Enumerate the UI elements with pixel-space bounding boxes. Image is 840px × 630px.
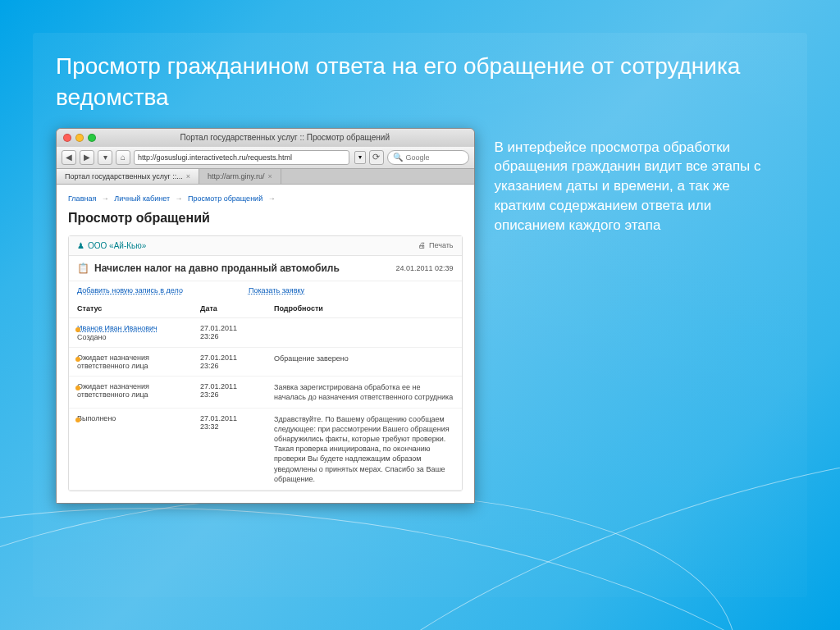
breadcrumb-cabinet[interactable]: Личный кабинет xyxy=(114,194,170,203)
steps-table: Статус Дата Подробности Иванов Иван Иван… xyxy=(69,299,462,491)
col-date: Дата xyxy=(192,299,266,318)
request-panel: ♟ ООО «Ай-Кью» 🖨 Печать 📋 Начислен налог… xyxy=(68,235,463,491)
table-header-row: Статус Дата Подробности xyxy=(69,299,462,318)
breadcrumb-current: Просмотр обращений xyxy=(188,194,262,203)
tab-inactive[interactable]: http://arm.giny.ru/ × xyxy=(199,169,281,184)
close-tab-icon[interactable]: × xyxy=(267,172,272,180)
row-date: 27.01.2011 23:26 xyxy=(192,347,266,376)
status-text: Ожидает назначения ответственного лица xyxy=(69,347,192,376)
row-date: 27.01.2011 23:26 xyxy=(192,376,266,408)
col-details: Подробности xyxy=(266,299,462,318)
status-text: Создано xyxy=(77,333,107,341)
tab-active[interactable]: Портал государственных услуг ::... × xyxy=(57,169,199,184)
close-icon[interactable] xyxy=(63,134,71,142)
org-name[interactable]: ♟ ООО «Ай-Кью» xyxy=(77,241,146,250)
slide-description: В интерфейсе просмотра обработки обращен… xyxy=(495,128,784,235)
back-button[interactable]: ◀ xyxy=(62,150,76,165)
search-placeholder: Google xyxy=(406,153,430,162)
url-input[interactable]: http://gosuslugi.interactivetech.ru/requ… xyxy=(134,150,349,165)
breadcrumb: Главная → Личный кабинет → Просмотр обра… xyxy=(68,191,463,211)
home-button[interactable]: ⌂ xyxy=(116,150,130,165)
table-row: Ожидает назначения ответственного лица 2… xyxy=(69,376,462,408)
minimize-icon[interactable] xyxy=(75,134,84,142)
row-date: 27.01.2011 23:32 xyxy=(192,408,266,490)
table-row: Иванов Иван Иванович Создано 27.01.2011 … xyxy=(69,317,462,347)
search-icon: 🔍 xyxy=(393,153,403,162)
page-title: Просмотр обращений xyxy=(68,211,463,226)
breadcrumb-home[interactable]: Главная xyxy=(68,194,96,203)
browser-window: Портал государственных услуг :: Просмотр… xyxy=(56,128,475,504)
col-status: Статус xyxy=(69,299,192,318)
print-button[interactable]: 🖨 Печать xyxy=(418,241,453,249)
slide: Просмотр гражданином ответа на его обращ… xyxy=(33,33,807,597)
clipboard-icon: 📋 xyxy=(77,262,89,274)
window-titlebar[interactable]: Портал государственных услуг :: Просмотр… xyxy=(57,129,474,147)
maximize-icon[interactable] xyxy=(88,134,96,142)
slide-title: Просмотр гражданином ответа на его обращ… xyxy=(33,33,807,128)
row-details xyxy=(266,317,462,347)
row-details: Обращение заверено xyxy=(266,347,462,376)
url-text: http://gosuslugi.interactivetech.ru/requ… xyxy=(138,153,292,162)
tab-label: Портал государственных услуг ::... xyxy=(65,172,183,180)
table-row: Ожидает назначения ответственного лица 2… xyxy=(69,347,462,376)
print-icon: 🖨 xyxy=(418,241,426,249)
browser-toolbar: ◀ ▶ ▾ ⌂ http://gosuslugi.interactivetech… xyxy=(57,147,474,169)
search-input[interactable]: 🔍 Google xyxy=(387,150,469,165)
status-text: Ожидает назначения ответственного лица xyxy=(69,376,192,408)
url-dropdown-button[interactable]: ▾ xyxy=(354,151,366,164)
reload-button[interactable]: ⟳ xyxy=(369,150,384,165)
request-datetime: 24.01.2011 02:39 xyxy=(395,264,453,272)
request-title: Начислен налог на давно проданный автомо… xyxy=(94,262,340,274)
row-date: 27.01.2011 23:26 xyxy=(192,317,266,347)
org-name-text: ООО «Ай-Кью» xyxy=(88,241,146,250)
table-row: Выполнено 27.01.2011 23:32 Здравствуйте.… xyxy=(69,408,462,490)
close-tab-icon[interactable]: × xyxy=(186,172,190,180)
show-request-link[interactable]: Показать заявку xyxy=(249,286,304,294)
add-record-link[interactable]: Добавить новую запись в дело xyxy=(77,286,183,294)
status-text: Выполнено xyxy=(69,408,192,490)
author-link[interactable]: Иванов Иван Иванович xyxy=(77,324,184,332)
forward-button[interactable]: ▶ xyxy=(80,150,94,165)
page-body: Главная → Личный кабинет → Просмотр обра… xyxy=(57,185,474,503)
window-title: Портал государственных услуг :: Просмотр… xyxy=(103,133,468,142)
history-button[interactable]: ▾ xyxy=(98,150,112,165)
tab-strip: Портал государственных услуг ::... × htt… xyxy=(57,169,474,185)
org-icon: ♟ xyxy=(77,241,84,250)
print-label: Печать xyxy=(429,241,453,249)
row-details: Заявка зарегистрирована обработка ее не … xyxy=(266,376,462,408)
tab-label: http://arm.giny.ru/ xyxy=(208,172,264,180)
row-details: Здравствуйте. По Вашему обращению сообща… xyxy=(266,408,462,490)
